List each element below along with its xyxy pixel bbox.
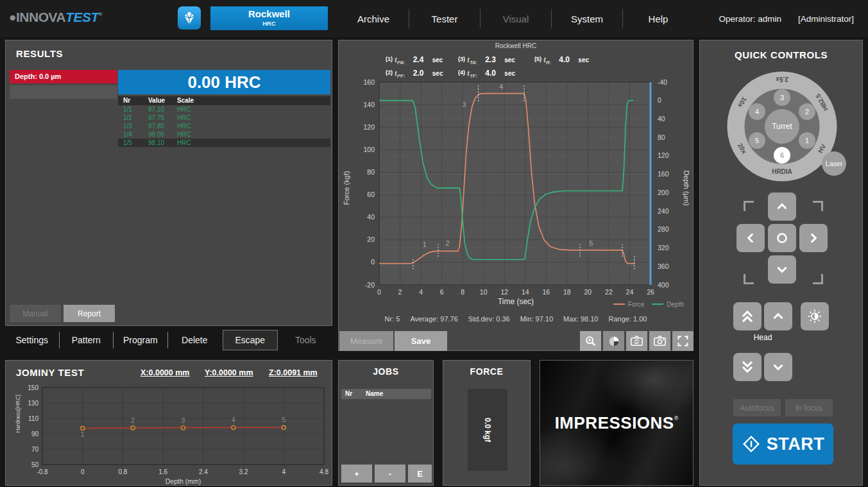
- stat-nr: Nr: 5: [385, 315, 400, 323]
- table-row-selected[interactable]: 1/598.10HRC: [118, 139, 330, 147]
- legend-depth: Depth: [652, 301, 684, 308]
- y-coordinate[interactable]: Y:0.0000 mm: [205, 368, 253, 377]
- fullscreen-icon: [676, 334, 690, 348]
- fullscreen-button[interactable]: [672, 331, 694, 351]
- stage-center-button[interactable]: [768, 224, 796, 252]
- contrast-button[interactable]: [603, 331, 624, 351]
- table-row[interactable]: 1/498.05HRC: [118, 130, 330, 139]
- y-axis-label-force: Force (kgf): [343, 124, 350, 252]
- svg-text:2: 2: [131, 417, 135, 424]
- head-up-button[interactable]: [764, 302, 792, 330]
- turret-position-5[interactable]: 5: [749, 132, 765, 149]
- x-coordinate[interactable]: X:0.0000 mm: [140, 368, 189, 377]
- svg-text:0: 0: [81, 468, 85, 475]
- svg-text:0.8: 0.8: [118, 468, 127, 475]
- tab-program[interactable]: Program: [114, 335, 167, 345]
- stage-right-button[interactable]: [799, 224, 828, 252]
- stage-down-button[interactable]: [768, 255, 796, 284]
- head-fast-down-button[interactable]: [733, 353, 762, 381]
- manual-button[interactable]: Manual: [10, 305, 61, 322]
- operator-info: Operator: admin [Administrator]: [719, 0, 854, 37]
- stage-up-button[interactable]: [768, 192, 796, 221]
- tab-settings[interactable]: Settings: [5, 335, 59, 345]
- tab-pattern[interactable]: Pattern: [60, 335, 114, 345]
- table-row[interactable]: 1/397.80HRC: [118, 122, 330, 130]
- menu-archive[interactable]: Archive: [338, 13, 409, 24]
- measurement-chart-panel: Rockwell HRC (1) tPA: 2.4 sec (2) tPF: 2…: [338, 40, 694, 351]
- svg-text:5: 5: [589, 239, 593, 247]
- head-fast-up-button[interactable]: [733, 302, 762, 330]
- turret-position-2[interactable]: 2: [799, 103, 815, 120]
- quick-controls-panel: QUICK CONTROLS 2.5x HB2.5 HV HRDIA 20x 1…: [699, 40, 863, 486]
- snapshot-button[interactable]: [649, 331, 670, 351]
- chevron-up-icon: [770, 308, 787, 325]
- table-row[interactable]: 1/297.75HRC: [118, 114, 330, 122]
- scale-selector-button[interactable]: Rockwell HRC: [210, 6, 328, 30]
- depth-legend-dash: [652, 303, 663, 305]
- tab-escape[interactable]: Escape: [223, 330, 278, 350]
- svg-text:0: 0: [377, 288, 381, 296]
- camera-refresh-icon: [629, 334, 644, 348]
- svg-text:2: 2: [398, 288, 402, 296]
- svg-text:150: 150: [28, 384, 38, 391]
- menu-system[interactable]: System: [552, 13, 622, 24]
- depth-readout: Depth: 0.0 µm: [10, 70, 117, 83]
- menu-help[interactable]: Help: [623, 13, 694, 24]
- jobs-title: JOBS: [339, 366, 433, 377]
- svg-text:20: 20: [367, 235, 375, 243]
- job-edit-button[interactable]: E: [408, 465, 432, 483]
- svg-text:8: 8: [461, 288, 464, 296]
- stage-left-button[interactable]: [736, 224, 765, 252]
- live-capture-button[interactable]: [626, 331, 647, 351]
- turret-position-3[interactable]: 3: [774, 89, 790, 106]
- head-down-button[interactable]: [764, 353, 792, 381]
- turret-position-6-active[interactable]: 6: [774, 147, 790, 164]
- job-remove-button[interactable]: -: [375, 465, 405, 483]
- results-table-header: Nr Value Scale: [118, 96, 330, 105]
- illumination-button[interactable]: [801, 302, 829, 330]
- svg-text:3.2: 3.2: [239, 468, 248, 475]
- turret-position-4[interactable]: 4: [749, 103, 765, 120]
- tab-tools[interactable]: Tools: [279, 335, 333, 345]
- svg-text:24: 24: [626, 288, 634, 296]
- statistics-row: Nr: 5 Average: 97.76 Std.dev: 0.36 Min: …: [339, 315, 693, 323]
- turret-center-button[interactable]: Turret: [765, 109, 799, 144]
- chart-legend: Force Depth: [613, 301, 684, 308]
- turret-position-1[interactable]: 1: [799, 132, 815, 149]
- operator-name: Operator: admin: [719, 14, 781, 24]
- turret-label-2-5x: 2.5x: [763, 76, 801, 83]
- tab-delete[interactable]: Delete: [168, 335, 222, 345]
- app-gem-icon[interactable]: [178, 6, 201, 30]
- zoom-in-icon: [584, 334, 598, 348]
- z-coordinate[interactable]: Z:0.0091 mm: [269, 368, 318, 377]
- secondary-readout: [10, 85, 117, 99]
- operator-role: [Administrator]: [798, 14, 854, 24]
- measure-button[interactable]: Measure: [339, 331, 393, 351]
- svg-text:200: 200: [658, 189, 669, 196]
- menu-visual[interactable]: Visual: [481, 13, 551, 24]
- svg-text:120: 120: [363, 123, 375, 131]
- menu-tester[interactable]: Tester: [409, 13, 480, 24]
- start-button[interactable]: START: [733, 423, 833, 465]
- in-focus-button[interactable]: In focus: [785, 399, 833, 416]
- svg-text:4: 4: [232, 416, 235, 423]
- laser-button[interactable]: Laser: [822, 151, 846, 176]
- chevron-left-icon: [742, 230, 759, 246]
- zoom-in-button[interactable]: [580, 331, 601, 351]
- report-button[interactable]: Report: [64, 305, 115, 322]
- start-diamond-icon: [742, 434, 761, 454]
- quick-controls-title: QUICK CONTROLS: [700, 49, 862, 60]
- force-legend-dash: [613, 303, 625, 305]
- center-circle-icon: [774, 230, 790, 246]
- save-button[interactable]: Save: [395, 331, 447, 351]
- innovatest-logo: ●INNOVATEST®: [9, 10, 102, 25]
- svg-text:280: 280: [658, 225, 669, 233]
- svg-text:80: 80: [367, 168, 375, 176]
- svg-text:2.4: 2.4: [199, 468, 208, 475]
- svg-text:-20: -20: [365, 281, 375, 289]
- force-depth-chart: 02468101214161820222426-2002040608010012…: [339, 78, 694, 297]
- table-row[interactable]: 1/197.10HRC: [118, 105, 330, 114]
- svg-text:160: 160: [658, 170, 669, 178]
- autofocus-button[interactable]: Autofocus: [733, 399, 781, 416]
- job-add-button[interactable]: +: [341, 465, 372, 483]
